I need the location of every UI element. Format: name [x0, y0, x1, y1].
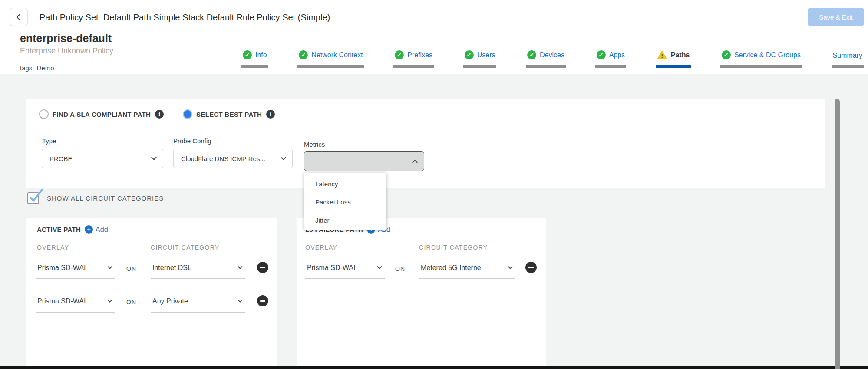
circuit-category-value: Any Private: [152, 297, 188, 305]
probe-config-select[interactable]: CloudFlare DNS ICMP Res...: [173, 149, 293, 168]
chevron-down-icon: [281, 155, 286, 160]
chevron-down-icon: [107, 264, 112, 269]
tags-label: tags:: [20, 64, 34, 72]
app-window: Path Policy Set: Default Path Simple Sta…: [0, 0, 868, 369]
tab-paths[interactable]: Paths: [656, 50, 691, 68]
dropdown-option-jitter[interactable]: Jitter: [304, 211, 386, 229]
vertical-scrollbar[interactable]: [835, 99, 840, 369]
minus-icon: [260, 300, 265, 302]
tab-users[interactable]: Users: [463, 50, 497, 68]
chevron-down-icon: [238, 298, 242, 303]
tab-label: Network Context: [311, 51, 363, 59]
active-path-title: ACTIVE PATH: [37, 226, 81, 233]
tab-label: Summary: [833, 52, 862, 59]
tab-bar: Info Network Context Prefixes Users Devi…: [241, 50, 864, 68]
overlay-column-header: OVERLAY: [37, 244, 69, 251]
chevron-down-icon: [107, 298, 112, 303]
on-label: ON: [126, 265, 136, 272]
probe-config-label: Probe Config: [173, 137, 211, 145]
find-sla-label: FIND A SLA COMPLIANT PATH: [53, 111, 151, 118]
select-best-radio[interactable]: [183, 109, 192, 119]
find-sla-radio[interactable]: [39, 109, 49, 119]
tab-label: Info: [255, 51, 267, 59]
overlay-column-header: OVERLAY: [305, 244, 337, 251]
remove-row-button[interactable]: [257, 262, 268, 273]
add-label: Add: [96, 226, 108, 234]
overlay-value: Prisma SD-WAI: [307, 264, 355, 272]
chevron-left-icon: [16, 13, 23, 20]
tab-apps[interactable]: Apps: [595, 50, 626, 68]
overlay-value: Prisma SD-WAI: [37, 297, 86, 305]
tab-info[interactable]: Info: [241, 50, 268, 68]
policy-set-subtitle: Enterprise Unknown Policy: [20, 46, 113, 56]
tab-label: Service & DC Groups: [734, 51, 801, 59]
minus-icon: [528, 267, 534, 268]
metrics-label: Metrics: [304, 141, 325, 148]
overlay-value: Prisma SD-WAI: [37, 264, 86, 272]
active-path-header: ACTIVE PATH + Add: [37, 225, 108, 234]
circuit-category-select[interactable]: Metered 5G Interne: [419, 262, 515, 279]
save-exit-button[interactable]: Save & Exit: [808, 8, 864, 26]
on-label: ON: [126, 299, 136, 306]
circuit-category-value: Metered 5G Interne: [421, 264, 481, 272]
info-icon[interactable]: i: [155, 110, 164, 119]
type-select[interactable]: PROBE: [42, 149, 163, 168]
plus-circle-icon: +: [85, 225, 93, 234]
tab-summary[interactable]: Summary: [832, 52, 864, 68]
active-path-panel: ACTIVE PATH + Add OVERLAY CIRCUIT CATEGO…: [26, 218, 277, 369]
check-circle-icon: [243, 50, 252, 59]
circuit-category-value: Internet DSL: [152, 264, 191, 272]
metrics-dropdown-menu: Latency Packet Loss Jitter: [304, 173, 386, 230]
chevron-up-icon: [412, 159, 418, 165]
tab-devices[interactable]: Devices: [526, 50, 566, 68]
page-title: Path Policy Set: Default Path Simple Sta…: [40, 13, 330, 23]
bottom-edge-bar: [0, 366, 868, 369]
info-icon[interactable]: i: [266, 110, 275, 119]
show-all-circuits-label: SHOW ALL CIRCUIT CATEGORIES: [47, 194, 164, 202]
tab-label: Users: [477, 51, 495, 59]
tab-network-context[interactable]: Network Context: [297, 50, 364, 68]
check-circle-icon: [299, 50, 308, 59]
circuit-category-select[interactable]: Any Private: [151, 295, 245, 313]
tab-label: Paths: [671, 51, 690, 59]
minus-icon: [260, 267, 265, 268]
path-mode-radios: FIND A SLA COMPLIANT PATH i SELECT BEST …: [39, 109, 275, 119]
add-active-path-link[interactable]: + Add: [85, 225, 108, 234]
path-selection-card: FIND A SLA COMPLIANT PATH i SELECT BEST …: [26, 99, 825, 188]
checkbox-checked-icon[interactable]: [27, 192, 39, 204]
path-row: Prisma SD-WAI ON Metered 5G Interne: [297, 261, 546, 279]
check-circle-icon: [465, 50, 474, 59]
policy-set-name: enterprise-default: [20, 32, 112, 45]
tab-prefixes[interactable]: Prefixes: [393, 50, 434, 68]
circuit-category-select[interactable]: Internet DSL: [151, 262, 245, 279]
circuit-category-column-header: CIRCUIT CATEGORY: [151, 244, 219, 251]
tab-label: Devices: [540, 51, 564, 59]
dropdown-option-packet-loss[interactable]: Packet Loss: [304, 193, 386, 211]
remove-row-button[interactable]: [525, 262, 537, 273]
circuit-category-column-header: CIRCUIT CATEGORY: [419, 244, 488, 251]
probe-config-value: CloudFlare DNS ICMP Res...: [181, 155, 265, 162]
chevron-down-icon: [238, 264, 242, 269]
path-row: Prisma SD-WAI ON Internet DSL: [26, 261, 277, 279]
select-best-label: SELECT BEST PATH: [196, 111, 262, 118]
show-all-circuits-toggle[interactable]: SHOW ALL CIRCUIT CATEGORIES: [27, 192, 164, 204]
tab-service-dc-groups[interactable]: Service & DC Groups: [720, 50, 802, 68]
tags-line: tags:Demo: [20, 64, 54, 72]
workspace-background: FIND A SLA COMPLIANT PATH i SELECT BEST …: [0, 74, 868, 369]
back-button[interactable]: [10, 8, 28, 26]
tags-value: Demo: [37, 64, 54, 72]
metrics-select[interactable]: [304, 151, 424, 171]
check-circle-icon: [597, 50, 606, 59]
on-label: ON: [395, 265, 405, 272]
l3-failure-path-panel: L3 FAILURE PATH + Add OVERLAY CIRCUIT CA…: [297, 218, 546, 369]
dropdown-option-latency[interactable]: Latency: [304, 175, 386, 193]
remove-row-button[interactable]: [257, 295, 268, 306]
warning-icon: [657, 50, 667, 59]
overlay-select[interactable]: Prisma SD-WAI: [36, 262, 115, 279]
overlay-select[interactable]: Prisma SD-WAI: [305, 262, 385, 279]
check-circle-icon: [527, 50, 536, 59]
check-mark-icon: [29, 189, 44, 204]
overlay-select[interactable]: Prisma SD-WAI: [36, 295, 115, 313]
chevron-down-icon: [508, 264, 512, 269]
check-circle-icon: [722, 50, 731, 59]
